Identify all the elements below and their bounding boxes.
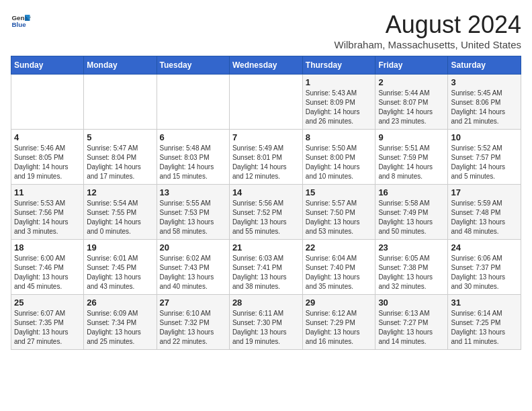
day-cell: 3Sunrise: 5:45 AM Sunset: 8:06 PM Daylig…: [448, 75, 521, 130]
day-number: 8: [306, 132, 373, 142]
day-number: 24: [451, 242, 518, 253]
day-info: Sunrise: 5:54 AM Sunset: 7:55 PM Dayligh…: [87, 199, 153, 236]
day-cell: 21Sunrise: 6:03 AM Sunset: 7:41 PM Dayli…: [229, 240, 302, 295]
day-number: 1: [306, 77, 373, 87]
day-cell: 7Sunrise: 5:49 AM Sunset: 8:01 PM Daylig…: [229, 130, 302, 185]
day-cell: 20Sunrise: 6:02 AM Sunset: 7:43 PM Dayli…: [157, 240, 229, 295]
day-cell: 14Sunrise: 5:56 AM Sunset: 7:52 PM Dayli…: [229, 185, 302, 240]
day-info: Sunrise: 5:53 AM Sunset: 7:56 PM Dayligh…: [14, 199, 81, 236]
day-info: Sunrise: 6:07 AM Sunset: 7:35 PM Dayligh…: [14, 309, 81, 347]
week-row-3: 11Sunrise: 5:53 AM Sunset: 7:56 PM Dayli…: [11, 185, 521, 240]
day-number: 14: [232, 187, 300, 197]
day-number: 25: [14, 298, 81, 308]
location-title: Wilbraham, Massachusetts, United States: [335, 39, 521, 50]
day-number: 28: [232, 298, 300, 308]
day-cell: 30Sunrise: 6:13 AM Sunset: 7:27 PM Dayli…: [375, 295, 448, 350]
day-number: 4: [14, 132, 81, 142]
week-row-1: 1Sunrise: 5:43 AM Sunset: 8:09 PM Daylig…: [11, 75, 521, 130]
day-cell: 10Sunrise: 5:52 AM Sunset: 7:57 PM Dayli…: [448, 130, 521, 185]
day-cell: [11, 75, 84, 130]
day-cell: [229, 75, 302, 130]
day-info: Sunrise: 6:02 AM Sunset: 7:43 PM Dayligh…: [160, 254, 226, 291]
day-cell: 25Sunrise: 6:07 AM Sunset: 7:35 PM Dayli…: [11, 295, 84, 350]
day-info: Sunrise: 5:44 AM Sunset: 8:07 PM Dayligh…: [378, 89, 445, 126]
logo-icon: General Blue: [11, 11, 31, 31]
day-number: 11: [14, 187, 81, 197]
day-number: 22: [306, 242, 373, 253]
day-info: Sunrise: 5:49 AM Sunset: 8:01 PM Dayligh…: [232, 144, 300, 181]
logo: General Blue: [11, 11, 31, 31]
day-info: Sunrise: 6:14 AM Sunset: 7:25 PM Dayligh…: [451, 309, 518, 347]
day-info: Sunrise: 5:46 AM Sunset: 8:05 PM Dayligh…: [14, 144, 81, 181]
day-cell: 11Sunrise: 5:53 AM Sunset: 7:56 PM Dayli…: [11, 185, 84, 240]
day-cell: [157, 75, 229, 130]
day-cell: 13Sunrise: 5:55 AM Sunset: 7:53 PM Dayli…: [157, 185, 229, 240]
svg-text:Blue: Blue: [12, 21, 27, 28]
weekday-header-thursday: Thursday: [302, 56, 375, 75]
day-info: Sunrise: 6:06 AM Sunset: 7:37 PM Dayligh…: [451, 254, 518, 291]
title-area: August 2024 Wilbraham, Massachusetts, Un…: [335, 11, 521, 50]
day-cell: 22Sunrise: 6:04 AM Sunset: 7:40 PM Dayli…: [302, 240, 375, 295]
day-info: Sunrise: 6:10 AM Sunset: 7:32 PM Dayligh…: [160, 309, 226, 347]
day-info: Sunrise: 6:00 AM Sunset: 7:46 PM Dayligh…: [14, 254, 81, 291]
day-number: 13: [160, 187, 226, 197]
day-number: 18: [14, 242, 81, 253]
day-number: 5: [87, 132, 153, 142]
day-info: Sunrise: 5:55 AM Sunset: 7:53 PM Dayligh…: [160, 199, 226, 236]
weekday-header-wednesday: Wednesday: [229, 56, 302, 75]
day-cell: 8Sunrise: 5:50 AM Sunset: 8:00 PM Daylig…: [302, 130, 375, 185]
day-cell: 28Sunrise: 6:11 AM Sunset: 7:30 PM Dayli…: [229, 295, 302, 350]
week-row-2: 4Sunrise: 5:46 AM Sunset: 8:05 PM Daylig…: [11, 130, 521, 185]
day-info: Sunrise: 5:50 AM Sunset: 8:00 PM Dayligh…: [306, 144, 373, 181]
week-row-5: 25Sunrise: 6:07 AM Sunset: 7:35 PM Dayli…: [11, 295, 521, 350]
day-cell: 2Sunrise: 5:44 AM Sunset: 8:07 PM Daylig…: [375, 75, 448, 130]
day-cell: 23Sunrise: 6:05 AM Sunset: 7:38 PM Dayli…: [375, 240, 448, 295]
day-info: Sunrise: 5:43 AM Sunset: 8:09 PM Dayligh…: [306, 89, 373, 126]
day-number: 30: [378, 298, 445, 308]
day-number: 10: [451, 132, 518, 142]
calendar-body: 1Sunrise: 5:43 AM Sunset: 8:09 PM Daylig…: [11, 75, 521, 350]
weekday-header-saturday: Saturday: [448, 56, 521, 75]
weekday-header-monday: Monday: [84, 56, 157, 75]
day-cell: 12Sunrise: 5:54 AM Sunset: 7:55 PM Dayli…: [84, 185, 157, 240]
day-cell: 19Sunrise: 6:01 AM Sunset: 7:45 PM Dayli…: [84, 240, 157, 295]
day-number: 12: [87, 187, 153, 197]
day-number: 2: [378, 77, 445, 87]
day-info: Sunrise: 5:51 AM Sunset: 7:59 PM Dayligh…: [378, 144, 445, 181]
month-title: August 2024: [335, 11, 521, 39]
day-cell: 24Sunrise: 6:06 AM Sunset: 7:37 PM Dayli…: [448, 240, 521, 295]
day-cell: 18Sunrise: 6:00 AM Sunset: 7:46 PM Dayli…: [11, 240, 84, 295]
day-info: Sunrise: 6:01 AM Sunset: 7:45 PM Dayligh…: [87, 254, 153, 291]
weekday-header-tuesday: Tuesday: [157, 56, 229, 75]
page-header: General Blue August 2024 Wilbraham, Mass…: [11, 11, 521, 50]
day-info: Sunrise: 6:03 AM Sunset: 7:41 PM Dayligh…: [232, 254, 300, 291]
day-number: 15: [306, 187, 373, 197]
day-cell: 15Sunrise: 5:57 AM Sunset: 7:50 PM Dayli…: [302, 185, 375, 240]
day-cell: 26Sunrise: 6:09 AM Sunset: 7:34 PM Dayli…: [84, 295, 157, 350]
day-info: Sunrise: 5:57 AM Sunset: 7:50 PM Dayligh…: [306, 199, 373, 236]
day-cell: 17Sunrise: 5:59 AM Sunset: 7:48 PM Dayli…: [448, 185, 521, 240]
weekday-header-row: SundayMondayTuesdayWednesdayThursdayFrid…: [11, 56, 521, 75]
day-info: Sunrise: 6:11 AM Sunset: 7:30 PM Dayligh…: [232, 309, 300, 347]
day-info: Sunrise: 5:48 AM Sunset: 8:03 PM Dayligh…: [160, 144, 226, 181]
day-cell: 16Sunrise: 5:58 AM Sunset: 7:49 PM Dayli…: [375, 185, 448, 240]
day-info: Sunrise: 6:04 AM Sunset: 7:40 PM Dayligh…: [306, 254, 373, 291]
day-info: Sunrise: 5:59 AM Sunset: 7:48 PM Dayligh…: [451, 199, 518, 236]
day-info: Sunrise: 5:58 AM Sunset: 7:49 PM Dayligh…: [378, 199, 445, 236]
weekday-header-friday: Friday: [375, 56, 448, 75]
day-cell: 9Sunrise: 5:51 AM Sunset: 7:59 PM Daylig…: [375, 130, 448, 185]
day-info: Sunrise: 5:52 AM Sunset: 7:57 PM Dayligh…: [451, 144, 518, 181]
day-number: 29: [306, 298, 373, 308]
day-info: Sunrise: 5:56 AM Sunset: 7:52 PM Dayligh…: [232, 199, 300, 236]
day-number: 27: [160, 298, 226, 308]
week-row-4: 18Sunrise: 6:00 AM Sunset: 7:46 PM Dayli…: [11, 240, 521, 295]
weekday-header-sunday: Sunday: [11, 56, 84, 75]
day-cell: 1Sunrise: 5:43 AM Sunset: 8:09 PM Daylig…: [302, 75, 375, 130]
day-number: 17: [451, 187, 518, 197]
day-number: 23: [378, 242, 445, 253]
day-info: Sunrise: 6:12 AM Sunset: 7:29 PM Dayligh…: [306, 309, 373, 347]
day-cell: 6Sunrise: 5:48 AM Sunset: 8:03 PM Daylig…: [157, 130, 229, 185]
day-cell: 27Sunrise: 6:10 AM Sunset: 7:32 PM Dayli…: [157, 295, 229, 350]
day-number: 20: [160, 242, 226, 253]
day-cell: [84, 75, 157, 130]
